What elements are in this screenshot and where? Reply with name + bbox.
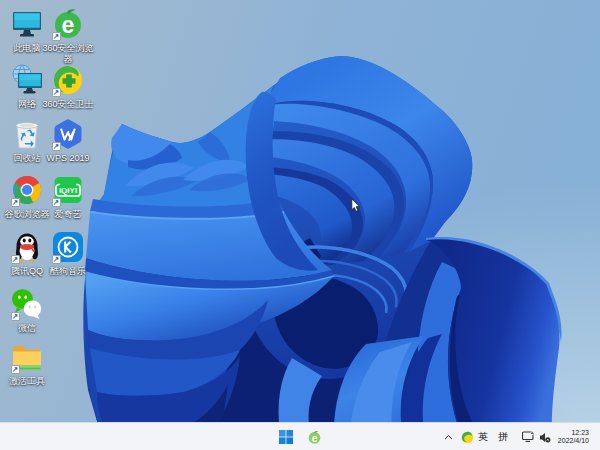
svg-text:e: e: [62, 12, 75, 38]
svg-text:iQIYI: iQIYI: [59, 186, 77, 195]
svg-text:e: e: [311, 432, 317, 443]
